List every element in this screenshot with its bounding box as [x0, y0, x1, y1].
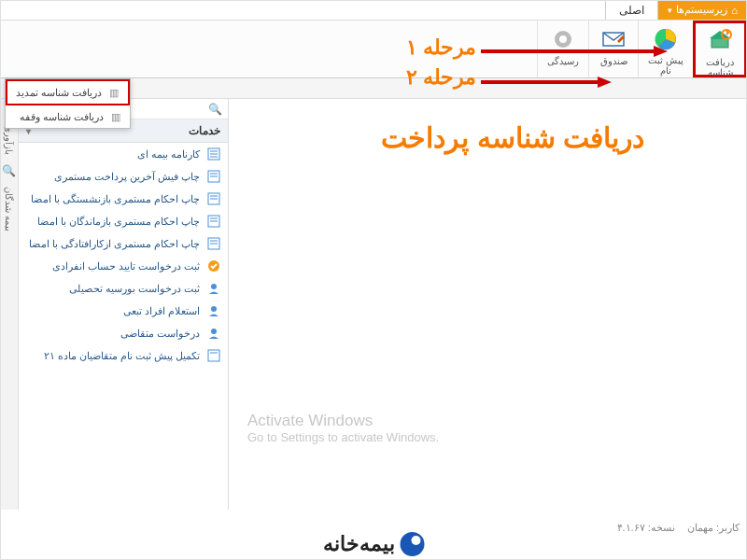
sidebar-item-print-disability[interactable]: چاپ احکام مستمری ازکارافتادگی با امضا — [19, 232, 228, 255]
sidebar-item-scholarship[interactable]: ثبت درخواست بورسیه تحصیلی — [19, 277, 228, 300]
sidebar-item-karname[interactable]: کارنامه بیمه ای — [19, 143, 228, 165]
pie-icon — [651, 24, 681, 53]
doc-icon — [207, 147, 220, 161]
list-item-label: ثبت درخواست تایید حساب انفرادی — [52, 260, 200, 273]
topbar: ⌂ زیرسیستم‌ها ▾ اصلی — [0, 0, 747, 21]
list-item-label: چاپ احکام مستمری ازکارافتادگی با امضا — [29, 238, 200, 250]
ribbon-get-id[interactable]: دریافت شناسه — [693, 21, 747, 77]
svg-point-24 — [211, 284, 217, 289]
sidebar-item-print-receipt[interactable]: چاپ فیش آخرین پرداخت مستمری — [19, 165, 228, 188]
footer-version: نسخه: ۴.۱.۶۷ — [617, 522, 675, 533]
gear-icon — [548, 24, 578, 54]
list-item-label: ثبت درخواست بورسیه تحصیلی — [69, 283, 200, 295]
list-item-label: استعلام افراد تبعی — [123, 305, 200, 317]
ribbon: دریافت شناسه پیش ثبت نام صندوق رسیدگی — [0, 21, 747, 78]
ribbon-review[interactable]: رسیدگی — [537, 21, 588, 77]
dropdown-label: دریافت شناسه وقفه — [20, 111, 104, 123]
svg-point-25 — [211, 306, 217, 312]
list-item-label: چاپ احکام مستمری بازماندگان با امضا — [37, 216, 200, 228]
get-id-dropdown: ▥ دریافت شناسه تمدید ▥ دریافت شناسه وقفه — [5, 78, 131, 129]
watermark-line2: Go to Settings to activate Windows. — [247, 430, 439, 444]
sidebar-item-print-survivor[interactable]: چاپ احکام مستمری بازماندگان با امضا — [19, 210, 228, 232]
check-icon — [207, 259, 220, 273]
person-icon — [207, 304, 220, 317]
svg-point-26 — [211, 329, 217, 334]
dropdown-label: دریافت شناسه تمدید — [16, 87, 102, 99]
sidebar-header-label: خدمات — [189, 124, 220, 137]
sidebar-item-account-confirm[interactable]: ثبت درخواست تایید حساب انفرادی — [19, 255, 228, 277]
bank-refresh-icon — [705, 27, 735, 55]
sidebar-list: کارنامه بیمه ای چاپ فیش آخرین پرداخت مست… — [19, 143, 228, 367]
envelope-pen-icon — [599, 24, 628, 54]
footer: کاربر: مهمان نسخه: ۴.۱.۶۷ — [608, 522, 740, 534]
tab-main[interactable]: اصلی — [605, 0, 658, 20]
list-item-label: درخواست متقاضی — [120, 328, 200, 340]
sidebar-rail: ↻ بازآوری 🔍 بیمه شدگان — [0, 99, 19, 510]
footer-user: کاربر: مهمان — [687, 522, 740, 533]
list-item-label: چاپ فیش آخرین پرداخت مستمری — [54, 171, 200, 183]
content-area: Activate Windows Go to Settings to activ… — [229, 99, 747, 510]
main: Activate Windows Go to Settings to activ… — [0, 99, 747, 510]
person-icon — [207, 282, 220, 295]
logo-icon — [401, 532, 425, 556]
sidebar-item-complete-prereg[interactable]: تکمیل پیش ثبت نام متقاضیان ماده ۲۱ — [19, 344, 228, 367]
sidebar-item-print-retire[interactable]: چاپ احکام مستمری بازنشستگی با امضا — [19, 188, 228, 210]
svg-rect-27 — [208, 350, 219, 361]
doc-icon — [207, 192, 220, 205]
watermark-line1: Activate Windows — [247, 412, 439, 430]
ribbon-label: رسیدگی — [547, 56, 579, 66]
list-item-label: تکمیل پیش ثبت نام متقاضیان ماده ۲۱ — [44, 350, 200, 362]
logo-text: بیمه‌خانه — [323, 532, 395, 556]
ribbon-label: پیش ثبت نام — [648, 55, 684, 76]
doc-icon — [207, 237, 220, 250]
chevron-down-icon: ▾ — [668, 6, 672, 15]
sidebar-item-dependents[interactable]: استعلام افراد تبعی — [19, 300, 228, 322]
home-icon: ⌂ — [731, 5, 738, 16]
doc-icon — [207, 215, 220, 228]
doc-icon — [207, 170, 220, 183]
dropdown-gap-id[interactable]: ▥ دریافت شناسه وقفه — [6, 105, 130, 128]
sidebar-item-applicant-request[interactable]: درخواست متقاضی — [19, 322, 228, 344]
svg-point-6 — [559, 35, 567, 43]
windows-watermark: Activate Windows Go to Settings to activ… — [247, 412, 439, 444]
list-item-label: چاپ احکام مستمری بازنشستگی با امضا — [31, 193, 200, 205]
ribbon-pre-register[interactable]: پیش ثبت نام — [638, 21, 693, 77]
barcode-icon: ▥ — [109, 110, 122, 123]
barcode-icon: ▥ — [107, 86, 120, 99]
ribbon-fund[interactable]: صندوق — [588, 21, 638, 77]
list-item-label: کارنامه بیمه ای — [137, 148, 200, 161]
person-icon — [207, 327, 220, 340]
subsystems-label: زیرسیستم‌ها — [676, 4, 727, 16]
dropdown-renew-id[interactable]: ▥ دریافت شناسه تمدید — [6, 79, 130, 105]
search-icon: 🔍 — [208, 103, 222, 116]
sidebar: 🔍 جستجو خدمات ▾ کارنامه بیمه ای چاپ فیش … — [0, 99, 229, 510]
ribbon-label: صندوق — [600, 56, 627, 66]
doc-icon — [207, 349, 220, 362]
rail-insured[interactable]: بیمه شدگان — [4, 183, 14, 235]
subsystems-button[interactable]: ⌂ زیرسیستم‌ها ▾ — [658, 0, 747, 20]
ribbon-label: دریافت شناسه — [706, 57, 734, 77]
search-icon[interactable]: 🔍 — [3, 164, 16, 177]
logo: بیمه‌خانه — [323, 532, 425, 556]
